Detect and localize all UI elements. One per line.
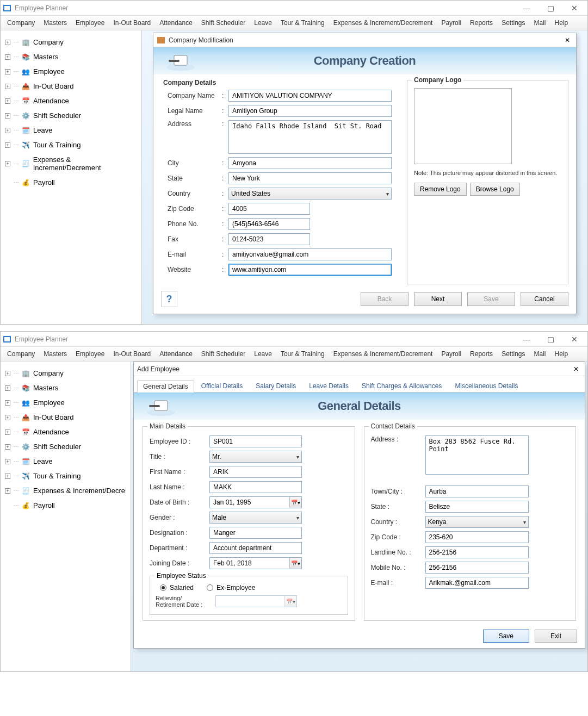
gender-select[interactable]: Male▾ bbox=[209, 512, 302, 524]
first-name-field[interactable] bbox=[209, 466, 302, 478]
menu-shift[interactable]: Shift Scheduler bbox=[198, 349, 249, 359]
state-field[interactable] bbox=[228, 172, 392, 184]
zip2-field[interactable] bbox=[425, 531, 529, 543]
back-button[interactable]: Back bbox=[361, 292, 408, 306]
tree-expenses[interactable]: +⋯🧾Expenses & Increment/Decrement bbox=[3, 152, 139, 175]
dialog-close-button[interactable]: ✕ bbox=[562, 35, 573, 46]
help-button[interactable]: ? bbox=[161, 291, 177, 307]
menu-tour[interactable]: Tour & Training bbox=[277, 18, 328, 28]
country-select[interactable]: United States▾ bbox=[228, 188, 392, 200]
tree-attendance[interactable]: +⋯📅Attendance bbox=[3, 425, 128, 439]
menu-payroll[interactable]: Payroll bbox=[438, 349, 465, 359]
menu-company[interactable]: Company bbox=[4, 18, 38, 28]
minimize-button[interactable]: — bbox=[516, 333, 537, 346]
department-field[interactable] bbox=[209, 542, 302, 554]
joining-field[interactable]: Feb 01, 2018📅▾ bbox=[209, 557, 302, 569]
next-button[interactable]: Next bbox=[414, 292, 462, 306]
tree-tour[interactable]: +⋯✈️Tour & Training bbox=[3, 138, 139, 152]
menu-mail[interactable]: Mail bbox=[530, 349, 549, 359]
menu-payroll[interactable]: Payroll bbox=[438, 18, 465, 28]
tree-masters[interactable]: +⋯📚Masters bbox=[3, 381, 128, 395]
tree-employee[interactable]: +⋯👥Employee bbox=[3, 64, 139, 79]
city-field[interactable] bbox=[228, 157, 392, 169]
company-name-field[interactable] bbox=[228, 90, 392, 102]
tab-misc[interactable]: Miscellaneous Details bbox=[449, 379, 524, 392]
save-button[interactable]: Save bbox=[467, 292, 515, 306]
menu-leave[interactable]: Leave bbox=[251, 349, 275, 359]
menu-help[interactable]: Help bbox=[552, 349, 572, 359]
menu-company[interactable]: Company bbox=[4, 349, 38, 359]
legal-name-field[interactable] bbox=[228, 105, 392, 117]
address2-field[interactable]: Box 283 8562 Fusce Rd. Point bbox=[425, 435, 529, 475]
radio-ex-employee[interactable]: Ex-Employee bbox=[207, 584, 255, 592]
tab-general[interactable]: General Details bbox=[137, 380, 194, 393]
menu-tour[interactable]: Tour & Training bbox=[277, 349, 328, 359]
tree-attendance[interactable]: +⋯📅Attendance bbox=[3, 94, 139, 108]
menu-employee[interactable]: Employee bbox=[72, 349, 108, 359]
tree-shift[interactable]: +⋯⚙️Shift Scheduler bbox=[3, 108, 139, 123]
state2-field[interactable] bbox=[425, 501, 529, 513]
tab-official[interactable]: Official Details bbox=[195, 379, 249, 392]
menu-leave[interactable]: Leave bbox=[251, 18, 275, 28]
tree-leave[interactable]: +⋯🗓️Leave bbox=[3, 454, 128, 469]
tree-payroll[interactable]: ⋯💰Payroll bbox=[3, 498, 128, 513]
zip-field[interactable] bbox=[228, 203, 310, 215]
menu-inout[interactable]: In-Out Board bbox=[110, 18, 154, 28]
menu-employee[interactable]: Employee bbox=[72, 18, 108, 28]
radio-salaried[interactable]: Salaried bbox=[160, 584, 194, 592]
menu-shift[interactable]: Shift Scheduler bbox=[198, 18, 249, 28]
browse-logo-button[interactable]: Browse Logo bbox=[470, 183, 520, 196]
menu-help[interactable]: Help bbox=[552, 18, 572, 28]
tree-masters[interactable]: +⋯📚Masters bbox=[3, 49, 139, 64]
tree-tour[interactable]: +⋯✈️Tour & Training bbox=[3, 469, 128, 483]
title-select[interactable]: Mr.▾ bbox=[209, 451, 302, 463]
tree-shift[interactable]: +⋯⚙️Shift Scheduler bbox=[3, 439, 128, 454]
cancel-button[interactable]: Cancel bbox=[521, 292, 568, 306]
menu-mail[interactable]: Mail bbox=[530, 18, 549, 28]
website-field[interactable] bbox=[228, 264, 392, 276]
menu-reports[interactable]: Reports bbox=[467, 349, 496, 359]
tree-employee[interactable]: +⋯👥Employee bbox=[3, 395, 128, 410]
dob-field[interactable]: Jan 01, 1995📅▾ bbox=[209, 496, 302, 508]
remove-logo-button[interactable]: Remove Logo bbox=[414, 183, 467, 196]
menu-expenses[interactable]: Expenses & Increment/Decrement bbox=[330, 349, 436, 359]
tree-expenses[interactable]: +⋯🧾Expenses & Increment/Decremen bbox=[3, 483, 128, 498]
tree-inout[interactable]: +⋯📤In-Out Board bbox=[3, 79, 139, 94]
tree-payroll[interactable]: ⋯💰Payroll bbox=[3, 175, 139, 190]
fax-field[interactable] bbox=[228, 233, 310, 245]
phone-field[interactable] bbox=[228, 218, 310, 230]
menu-masters[interactable]: Masters bbox=[40, 349, 70, 359]
mobile-field[interactable] bbox=[425, 562, 529, 574]
tree-company[interactable]: +⋯🏢Company bbox=[3, 35, 139, 49]
save-button-2[interactable]: Save bbox=[483, 630, 529, 643]
tab-salary[interactable]: Salary Details bbox=[250, 379, 302, 392]
dialog2-close-button[interactable]: ✕ bbox=[571, 364, 581, 375]
country2-select[interactable]: Kenya▾ bbox=[425, 516, 529, 528]
close-button[interactable]: ✕ bbox=[564, 333, 585, 346]
address-field[interactable]: Idaho Falls Rhode Island Sit St. Road bbox=[228, 120, 392, 154]
email-field[interactable] bbox=[228, 248, 392, 260]
menu-attendance[interactable]: Attendance bbox=[156, 349, 196, 359]
tab-shift[interactable]: Shift Charges & Allowances bbox=[356, 379, 448, 392]
town-field[interactable] bbox=[425, 485, 529, 497]
minimize-button[interactable]: — bbox=[516, 2, 537, 15]
menu-reports[interactable]: Reports bbox=[467, 18, 496, 28]
landline-field[interactable] bbox=[425, 546, 529, 558]
last-name-field[interactable] bbox=[209, 481, 302, 493]
exit-button[interactable]: Exit bbox=[535, 630, 577, 643]
menu-masters[interactable]: Masters bbox=[40, 18, 70, 28]
designation-field[interactable] bbox=[209, 527, 302, 539]
menu-settings[interactable]: Settings bbox=[498, 349, 528, 359]
menu-settings[interactable]: Settings bbox=[498, 18, 528, 28]
close-button[interactable]: ✕ bbox=[564, 2, 585, 15]
menu-expenses[interactable]: Expenses & Increment/Decrement bbox=[330, 18, 436, 28]
menu-attendance[interactable]: Attendance bbox=[156, 18, 196, 28]
maximize-button[interactable]: ▢ bbox=[540, 333, 561, 346]
tab-leave[interactable]: Leave Details bbox=[303, 379, 355, 392]
tree-company[interactable]: +⋯🏢Company bbox=[3, 366, 128, 381]
maximize-button[interactable]: ▢ bbox=[540, 2, 561, 15]
emp-id-field[interactable] bbox=[209, 435, 302, 447]
menu-inout[interactable]: In-Out Board bbox=[110, 349, 154, 359]
relieving-date-field[interactable]: 📅▾ bbox=[215, 595, 297, 607]
tree-inout[interactable]: +⋯📤In-Out Board bbox=[3, 410, 128, 425]
